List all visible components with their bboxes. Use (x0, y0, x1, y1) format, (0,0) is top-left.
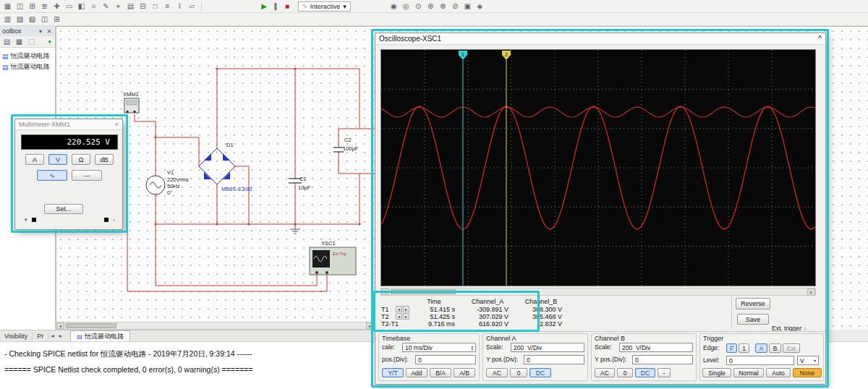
text-mode-icon[interactable]: ▧ (27, 14, 38, 25)
stop-simulation-button[interactable]: ■ (282, 1, 292, 12)
tab-project[interactable]: Pr (33, 332, 48, 341)
rising-edge-button[interactable]: F (726, 343, 737, 353)
trigger-level-field[interactable]: 0 (726, 356, 794, 365)
add-button[interactable]: Add (406, 368, 427, 377)
ba-button[interactable]: B/A (430, 368, 451, 377)
trigger-a-button[interactable]: A (755, 343, 767, 353)
trigger-none-button[interactable]: None (793, 368, 822, 377)
wire[interactable] (235, 166, 249, 224)
canvas-horizontal-scrollbar[interactable]: ◂ ▸ (56, 322, 375, 330)
tab-visibility[interactable]: Visibility (0, 332, 33, 341)
cut-icon[interactable]: ✚ (51, 1, 62, 12)
trigger-auto-button[interactable]: Auto (766, 368, 791, 377)
channel-b-zero-button[interactable]: 0 (617, 368, 633, 377)
save-button[interactable]: Save (737, 314, 769, 325)
channel-b-ypos-field[interactable]: 0 (632, 355, 693, 364)
wire[interactable] (135, 114, 156, 176)
cursor-left-arrow[interactable]: ◂ (396, 313, 402, 320)
channel-a-zero-button[interactable]: 0 (510, 368, 527, 377)
hierarchy-icon[interactable]: ⊞ (51, 14, 62, 25)
channel-a-scale-field[interactable]: 200 V/Div (511, 343, 584, 352)
falling-edge-button[interactable]: 1 (739, 343, 749, 353)
channel-b-invert-button[interactable]: - (658, 368, 671, 377)
set-button[interactable]: Set... (44, 204, 83, 214)
wire[interactable] (156, 137, 199, 166)
scope-horizontal-scrollbar[interactable]: ◂ ▸ (380, 288, 816, 296)
component-d1-bridge[interactable] (199, 148, 235, 184)
scroll-left-icon[interactable]: ◂ (56, 322, 64, 329)
probe-ref-icon[interactable]: ⊗ (438, 1, 448, 12)
label-tool-icon[interactable]: ▱ (187, 1, 197, 12)
multimeter-titlebar[interactable]: Multimeter-XMM1 × (15, 119, 122, 130)
trigger-ext-button[interactable]: Ext (783, 343, 800, 353)
new-icon[interactable]: ▦ (2, 1, 13, 12)
wire-mode-icon[interactable]: ▨ (14, 14, 25, 25)
probe-settings-icon[interactable]: ◈ (475, 1, 485, 12)
scroll-thumb[interactable] (66, 323, 116, 328)
trigger-normal-button[interactable]: Normal (733, 368, 764, 377)
pause-simulation-button[interactable]: ∥ (271, 1, 281, 12)
grid-icon[interactable]: □ (150, 1, 161, 12)
open-icon[interactable]: ◫ (14, 1, 25, 12)
ab-button[interactable]: A/B (454, 368, 475, 377)
scroll-right-icon[interactable]: ▸ (366, 322, 374, 329)
undo-icon[interactable]: ⌗ (88, 1, 99, 12)
wire-tool-icon[interactable]: ⌇ (174, 1, 185, 12)
analysis-icon[interactable]: ▣ (462, 1, 473, 12)
component-c2[interactable] (333, 148, 344, 152)
probe-power-icon[interactable]: ⊙ (413, 1, 424, 12)
tree-open-icon[interactable]: ▦ (14, 37, 25, 47)
probe-current-icon[interactable]: ◎ (401, 1, 412, 12)
tree-item-0[interactable]: ▤恒流驱动电路 (0, 51, 55, 61)
channel-b-scale-field[interactable]: 200 V/Div (619, 343, 693, 352)
wire[interactable] (156, 225, 317, 286)
copy-icon[interactable]: ▭ (64, 1, 75, 12)
probe-digital-icon[interactable]: ⊘ (450, 1, 461, 12)
zoom-in-icon[interactable]: ⌖ (113, 1, 124, 12)
ground-symbol[interactable] (290, 224, 300, 234)
scroll-thumb[interactable] (391, 289, 456, 294)
channel-b-ac-button[interactable]: AC (595, 368, 615, 377)
reverse-button[interactable]: Reverse (736, 298, 770, 309)
list-icon[interactable]: ≡ (162, 1, 173, 12)
component-xmm1[interactable] (124, 98, 139, 113)
oscilloscope-titlebar[interactable]: Oscilloscope-XSC1 ^ (375, 33, 825, 45)
scroll-right-icon[interactable]: ▸ (807, 288, 815, 295)
db-button[interactable]: dB (95, 154, 114, 165)
tree-new-icon[interactable]: ▤ (1, 37, 12, 47)
ext-trigger-terminal-icon[interactable]: ○ (804, 326, 807, 331)
close-icon[interactable]: × (115, 121, 119, 128)
collapse-icon[interactable]: ^ (818, 35, 822, 43)
channel-a-dc-button[interactable]: DC (529, 368, 551, 377)
positive-terminal[interactable] (32, 218, 36, 222)
component-icon[interactable]: ▥ (2, 14, 13, 25)
print-icon[interactable]: ≣ (39, 1, 50, 12)
volt-button[interactable]: V (48, 154, 67, 165)
yt-button[interactable]: Y/T (382, 368, 404, 377)
channel-a-ypos-field[interactable]: 0 (524, 355, 584, 364)
zoom-out-icon[interactable]: ▤ (125, 1, 136, 12)
negative-terminal[interactable] (104, 218, 109, 222)
ampere-button[interactable]: A (25, 154, 44, 165)
tree-filter-icon[interactable]: ⬚ (26, 37, 37, 47)
trigger-b-button[interactable]: B (769, 343, 781, 353)
timebase-xpos-field[interactable]: 0 (415, 355, 476, 364)
toolbox-collapse-icon[interactable]: ▾ (37, 28, 44, 35)
trigger-single-button[interactable]: Single (702, 368, 731, 377)
sheet-tab[interactable]: ▤ 恒流驱动电路 (70, 330, 130, 341)
sheet-icon[interactable]: ◫ (39, 14, 50, 25)
paste-icon[interactable]: ◧ (76, 1, 87, 12)
scroll-left-icon[interactable]: ◂ (381, 288, 389, 295)
spinner-icon[interactable]: ▴▾ (471, 345, 473, 351)
run-simulation-button[interactable]: ▶ (259, 1, 269, 12)
tree-item-1[interactable]: ▤恒流驱动电路 (0, 61, 55, 72)
probe-diff-icon[interactable]: ⊕ (425, 1, 436, 12)
tab-scroll-right-icon[interactable]: ▸ (56, 333, 64, 339)
probe-voltage-icon[interactable]: ◉ (388, 1, 399, 12)
ac-mode-button[interactable]: ∿ (37, 170, 67, 181)
toolbox-header[interactable]: oolbox ▾ ✕ (0, 26, 55, 36)
dc-mode-button[interactable]: — (72, 170, 102, 181)
tab-scroll-left-icon[interactable]: ◂ (48, 333, 56, 339)
timebase-scale-field[interactable]: 10 ms/Div ▴▾ (402, 343, 476, 352)
cursor-left-arrow[interactable]: ◂ (396, 306, 402, 312)
